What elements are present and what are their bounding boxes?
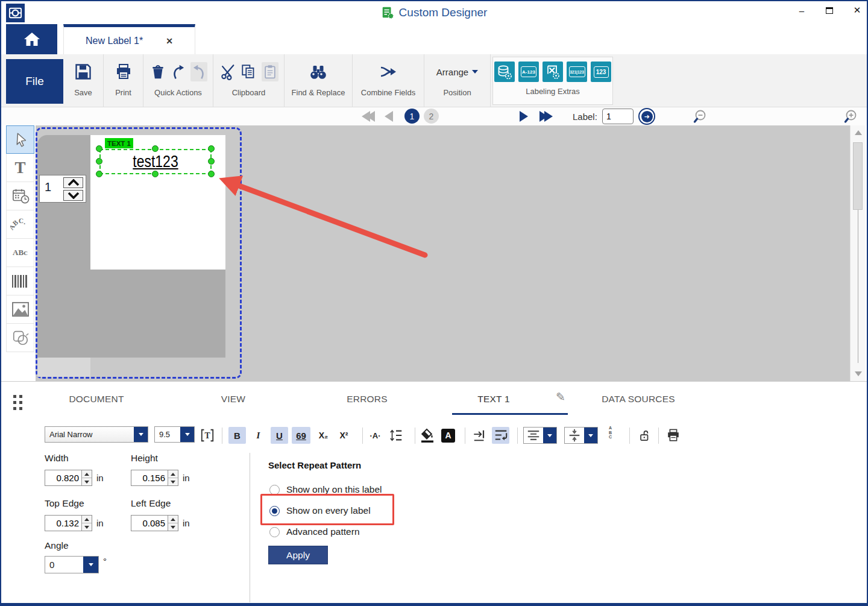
page-2-badge[interactable]: 2: [424, 109, 439, 124]
italic-button[interactable]: I: [250, 427, 267, 444]
font-family-dropdown-icon[interactable]: [134, 427, 148, 442]
panel-grip-handle[interactable]: [13, 395, 22, 410]
width-down-button[interactable]: [82, 478, 92, 485]
go-to-label-button[interactable]: ➜: [638, 108, 655, 125]
height-up-button[interactable]: [168, 470, 178, 478]
valign-center-icon[interactable]: [565, 428, 584, 443]
minimize-button[interactable]: –: [796, 5, 808, 16]
page-1-badge[interactable]: 1: [404, 109, 420, 124]
bold-button[interactable]: B: [228, 427, 246, 444]
file-button[interactable]: File: [6, 59, 63, 104]
scrollbar-thumb[interactable]: [853, 142, 863, 210]
top-edge-down-button[interactable]: [82, 523, 92, 531]
radio-advanced-pattern[interactable]: Advanced pattern: [269, 526, 360, 537]
width-input[interactable]: [45, 470, 81, 485]
rename-pencil-icon[interactable]: ✎: [556, 390, 565, 404]
line-spacing-button[interactable]: [387, 427, 404, 444]
font-color-button[interactable]: A: [439, 427, 457, 444]
handle-bottom-center[interactable]: [152, 171, 159, 177]
home-button[interactable]: [6, 24, 57, 54]
tab-document[interactable]: DOCUMENT: [69, 394, 124, 405]
print-group[interactable]: Print: [104, 54, 143, 107]
scroll-down-icon[interactable]: [855, 371, 862, 376]
row-down-button[interactable]: [63, 190, 83, 201]
last-label-button[interactable]: [539, 111, 553, 124]
font-size-select[interactable]: 9.5: [154, 426, 195, 443]
font-size-dropdown-icon[interactable]: [180, 427, 194, 442]
previous-label-button[interactable]: [385, 111, 393, 124]
superscript-button[interactable]: X²: [335, 427, 353, 444]
underline-button[interactable]: U: [271, 427, 288, 444]
shape-tool[interactable]: [6, 324, 34, 352]
left-edge-input[interactable]: [131, 516, 168, 531]
tab-close-icon[interactable]: ✕: [166, 36, 173, 46]
width-up-button[interactable]: [82, 470, 92, 478]
close-button[interactable]: ✕: [851, 5, 863, 16]
align-center-icon[interactable]: [524, 428, 543, 443]
tab-new-label-1[interactable]: New Label 1* ✕: [63, 24, 195, 54]
subscript-button[interactable]: X₂: [315, 427, 332, 444]
barcode-tool[interactable]: [6, 267, 34, 295]
handle-top-left[interactable]: [96, 145, 102, 152]
handle-mid-left[interactable]: [96, 158, 102, 165]
radio-off-icon[interactable]: [269, 527, 280, 537]
fill-color-button[interactable]: [418, 427, 436, 444]
handle-top-right[interactable]: [208, 145, 215, 152]
valign-dropdown-icon[interactable]: [584, 428, 597, 443]
text-tool[interactable]: T: [6, 154, 34, 182]
zoom-out-icon[interactable]: [693, 109, 710, 126]
handle-mid-right[interactable]: [208, 158, 215, 165]
handle-bottom-left[interactable]: [96, 171, 102, 177]
rich-text-tool[interactable]: ABᴄ: [6, 239, 34, 267]
curved-text-tool[interactable]: ABC.: [6, 210, 34, 239]
top-edge-up-button[interactable]: [82, 516, 92, 523]
left-edge-down-button[interactable]: [168, 523, 178, 531]
select-tool[interactable]: [6, 125, 34, 154]
undo-icon[interactable]: [171, 63, 186, 81]
row-up-button[interactable]: [63, 177, 83, 188]
scroll-up-icon[interactable]: [855, 130, 862, 135]
lock-button[interactable]: [635, 427, 653, 444]
autofit-text-button[interactable]: T: [198, 427, 216, 444]
arrange-dropdown[interactable]: Arrange: [436, 54, 478, 89]
mirror-number-button[interactable]: 321|123: [567, 62, 587, 82]
print-element-button[interactable]: [664, 427, 682, 444]
save-group[interactable]: Save: [63, 54, 104, 107]
data-source-button[interactable]: [494, 62, 515, 82]
horizontal-align-split-button[interactable]: [523, 427, 557, 444]
label-number-input[interactable]: [602, 109, 634, 124]
handle-top-center[interactable]: [152, 145, 159, 152]
tab-errors[interactable]: ERRORS: [347, 394, 388, 405]
font-family-select[interactable]: Arial Narrow: [45, 426, 148, 443]
find-replace-group[interactable]: Find & Replace: [285, 54, 353, 107]
serialize-button[interactable]: A-123: [518, 62, 539, 82]
first-label-button[interactable]: [362, 111, 375, 124]
design-canvas[interactable]: 1 TEXT 1 test123: [36, 125, 850, 381]
left-edge-up-button[interactable]: [168, 516, 178, 523]
radio-off-icon[interactable]: [269, 485, 280, 495]
indent-button[interactable]: [471, 427, 488, 444]
cut-icon[interactable]: [219, 63, 236, 81]
vertical-text-button[interactable]: A B C: [609, 426, 612, 440]
vertical-align-split-button[interactable]: [564, 427, 598, 444]
word-wrap-button[interactable]: [492, 427, 509, 444]
apply-button[interactable]: Apply: [268, 546, 328, 564]
canvas-vertical-scrollbar[interactable]: [850, 125, 866, 381]
tab-view[interactable]: VIEW: [221, 394, 245, 405]
height-input[interactable]: [131, 470, 168, 485]
copy-icon[interactable]: [241, 63, 257, 81]
date-time-tool[interactable]: [6, 182, 34, 210]
align-dropdown-icon[interactable]: [543, 428, 556, 443]
angle-dropdown-icon[interactable]: [83, 557, 98, 573]
number-button[interactable]: 123: [591, 62, 611, 82]
clear-format-button[interactable]: [542, 62, 563, 82]
height-down-button[interactable]: [168, 478, 178, 485]
delete-icon[interactable]: [149, 63, 166, 81]
image-tool[interactable]: [6, 295, 34, 324]
next-label-button[interactable]: [520, 111, 528, 124]
tab-text-1[interactable]: TEXT 1: [477, 394, 509, 405]
tab-data-sources[interactable]: DATA SOURCES: [602, 394, 675, 405]
numerals-style-button[interactable]: 69: [292, 427, 310, 444]
zoom-in-icon[interactable]: [843, 109, 860, 126]
combine-fields-group[interactable]: Combine Fields: [353, 54, 424, 107]
